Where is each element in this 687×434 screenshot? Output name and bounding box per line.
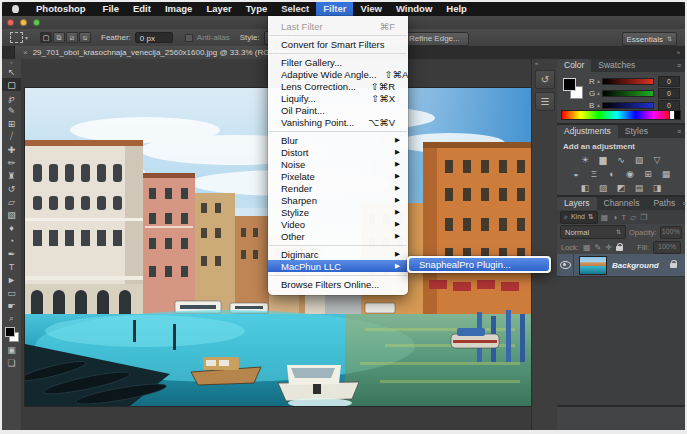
panel-menu-icon[interactable]: ≡ xyxy=(677,59,685,72)
visibility-toggle[interactable] xyxy=(557,254,574,276)
adjustment-icon[interactable]: ◧ xyxy=(578,182,592,194)
tool-button[interactable]: ✒ xyxy=(2,247,21,260)
menubar-item[interactable]: Image xyxy=(158,2,199,16)
tool-button[interactable]: ⧸ xyxy=(2,130,21,143)
channel-slider[interactable] xyxy=(602,90,654,97)
menu-item[interactable]: Oil Paint... xyxy=(268,104,408,116)
menubar-item[interactable]: View xyxy=(353,2,388,16)
tool-button[interactable]: ℘ xyxy=(2,91,21,104)
tool-button[interactable]: ◔ xyxy=(2,234,21,247)
feather-input[interactable]: 0 px xyxy=(135,32,173,43)
tool-button[interactable]: ✎ xyxy=(2,104,21,117)
tool-button[interactable]: ☛ xyxy=(2,299,21,312)
menu-item[interactable]: Browse Filters Online... xyxy=(268,278,408,290)
adjustment-icon[interactable]: ⊞ xyxy=(641,168,655,180)
panels-collapse-bar[interactable]: » xyxy=(557,46,685,59)
adjustment-icon[interactable]: Ξ xyxy=(587,168,601,180)
adjustment-icon[interactable]: ◉ xyxy=(623,168,637,180)
channel-slider[interactable] xyxy=(602,102,654,109)
menu-item[interactable]: Render ▶ xyxy=(268,182,408,194)
menu-item[interactable]: MacPhun LLC ▶ xyxy=(268,260,408,272)
menu-item[interactable]: Convert for Smart Filters xyxy=(268,38,408,50)
layer-filter-icon[interactable]: T xyxy=(621,213,626,222)
menu-item[interactable]: Sharpen ▶ xyxy=(268,194,408,206)
tab-layers[interactable]: Layers xyxy=(557,197,597,210)
menubar-item[interactable]: Help xyxy=(439,2,474,16)
panel-menu-icon[interactable]: ≡ xyxy=(677,125,685,138)
tool-button[interactable]: ▭ xyxy=(2,286,21,299)
adjustment-icon[interactable]: ∿ xyxy=(614,154,628,166)
tool-button[interactable]: ▧ xyxy=(2,208,21,221)
lock-option-icon[interactable]: ✛ xyxy=(605,243,612,252)
menubar-item[interactable]: Window xyxy=(389,2,439,16)
layer-filter-icon[interactable]: ◑ xyxy=(612,213,617,222)
adjustment-icon[interactable]: ▆ xyxy=(596,154,610,166)
tab-paths[interactable]: Paths xyxy=(646,197,682,210)
tool-button[interactable]: ♜ xyxy=(2,169,21,182)
tool-button[interactable]: ✚ xyxy=(2,143,21,156)
dock-panel-button[interactable]: ☰ xyxy=(535,92,555,111)
menubar-item[interactable]: Filter xyxy=(316,2,353,16)
adjustment-icon[interactable]: ▨ xyxy=(596,182,610,194)
menu-item[interactable]: Blur ▶ xyxy=(268,134,408,146)
workspace-select[interactable]: Essentials ⇅ xyxy=(622,32,678,46)
menu-item[interactable]: Liquify... ⇧⌘X xyxy=(268,92,408,104)
selection-mode-button[interactable]: ⧄ xyxy=(66,32,78,43)
layer-row-background[interactable]: Background xyxy=(557,254,685,277)
opacity-value[interactable]: 100% xyxy=(660,226,682,239)
menu-item[interactable]: Filter Gallery... xyxy=(268,56,408,68)
tab-styles[interactable]: Styles xyxy=(618,125,655,138)
document-tab[interactable]: × 29_701_oboi_krasochnaja_venecija_2560x… xyxy=(14,46,298,59)
adjustment-icon[interactable]: ◒ xyxy=(569,168,583,180)
menu-item[interactable]: Vanishing Point... ⌥⌘V xyxy=(268,116,408,128)
lock-all-icon[interactable] xyxy=(616,246,623,251)
menubar-item[interactable]: File xyxy=(96,2,126,16)
menu-item[interactable]: Lens Correction... ⇧⌘R xyxy=(268,80,408,92)
channel-slider[interactable] xyxy=(602,78,654,85)
layer-filter-icon[interactable]: ▦ xyxy=(601,213,609,222)
adjustment-icon[interactable]: ▦ xyxy=(659,168,673,180)
dock-panel-button[interactable]: ↺ xyxy=(535,70,555,89)
menu-item[interactable]: Pixelate ▶ xyxy=(268,170,408,182)
lock-option-icon[interactable]: ✎ xyxy=(595,243,602,252)
foreground-color-swatch[interactable] xyxy=(563,78,576,91)
minimize-window-button[interactable] xyxy=(20,19,27,26)
adjustment-icon[interactable]: ◐ xyxy=(605,168,619,180)
menubar-item[interactable]: Edit xyxy=(126,2,158,16)
blend-mode-select[interactable]: Normal ⇅ xyxy=(560,225,626,239)
tool-preset-dropdown-arrow-icon[interactable]: ▾ xyxy=(25,34,28,41)
layer-filter-kind-select[interactable]: ⌕ Kind ⇅ xyxy=(560,211,598,224)
menu-item[interactable]: Adaptive Wide Angle... ⇧⌘A xyxy=(268,68,408,80)
color-spectrum-bar[interactable] xyxy=(561,110,673,120)
tool-button[interactable]: ♦ xyxy=(2,221,21,234)
adjustment-icon[interactable]: ▤ xyxy=(632,182,646,194)
tab-adjustments[interactable]: Adjustments xyxy=(557,125,618,138)
adjustment-icon[interactable]: ☀ xyxy=(578,154,592,166)
panels-expand-icon[interactable]: » xyxy=(677,49,680,55)
tab-close-icon[interactable]: × xyxy=(23,48,28,57)
tool-button[interactable]: ⌕ xyxy=(2,312,21,325)
fill-value[interactable]: 100% xyxy=(653,241,681,254)
tool-button[interactable]: ▱ xyxy=(2,195,21,208)
antialias-checkbox[interactable] xyxy=(185,34,193,42)
apple-logo-icon[interactable] xyxy=(12,5,19,13)
menu-item[interactable]: Other ▶ xyxy=(268,230,408,242)
foreground-color-swatch[interactable] xyxy=(5,327,15,337)
menubar-item[interactable]: Layer xyxy=(199,2,238,16)
selection-mode-button[interactable]: ⧉ xyxy=(53,32,65,43)
layer-thumbnail[interactable] xyxy=(579,256,607,275)
menu-item[interactable]: Digimarc ▶ xyxy=(268,248,408,260)
layer-filter-icon[interactable]: ❐ xyxy=(640,213,647,222)
selection-mode-button[interactable]: ⧅ xyxy=(79,32,91,43)
panel-menu-icon[interactable]: ≡ xyxy=(682,197,687,210)
submenu-item[interactable]: SnaphealPro Plugin... xyxy=(409,258,549,271)
adjustment-icon[interactable]: ◨ xyxy=(650,182,664,194)
tool-button[interactable]: ✏ xyxy=(2,156,21,169)
tool-button[interactable]: ▢ xyxy=(2,78,21,91)
menu-item[interactable]: Video ▶ xyxy=(268,218,408,230)
menubar-item[interactable]: Type xyxy=(239,2,274,16)
tool-button[interactable]: ► xyxy=(2,273,21,286)
adjustment-icon[interactable]: ▽ xyxy=(650,154,664,166)
spectrum-black-swatch[interactable] xyxy=(674,110,681,120)
menubar-item[interactable]: Select xyxy=(274,2,316,16)
